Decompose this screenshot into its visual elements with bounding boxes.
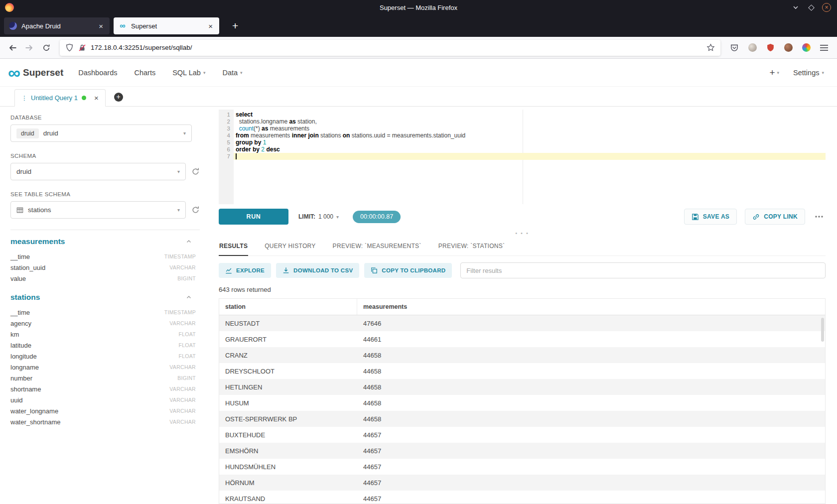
nav-sql-lab[interactable]: SQL Lab▾ [172,69,205,77]
column-type: VARCHAR [169,386,196,392]
database-label: DATABASE [10,115,200,121]
tab-close-icon[interactable]: × [207,22,214,30]
table-row: DREYSCHLOOT44658 [219,363,825,379]
editor-code[interactable]: select stations.longname as station, cou… [234,110,826,204]
extension-avatar-icon[interactable] [783,42,794,53]
browser-tab-apache-druid[interactable]: Apache Druid × [4,17,110,34]
limit-dropdown[interactable]: LIMIT: 1 000 ▾ [298,213,339,220]
measurements-cell: 44657 [357,463,387,471]
table-section-header[interactable]: measurements [10,237,192,246]
drag-handle-icon: ⋮ [21,95,27,102]
insecure-lock-icon[interactable] [78,44,86,52]
table-select[interactable]: stations ▾ [10,201,186,219]
superset-logo[interactable]: ∞ Superset [8,66,63,80]
editor-toolbar: RUN LIMIT: 1 000 ▾ 00:00:00.87 SAVE AS C… [219,204,826,229]
column-row: longitudeFLOAT [10,351,196,362]
copy-to-clipboard-button[interactable]: COPY TO CLIPBOARD [364,263,452,278]
sql-editor[interactable]: 1234567 select stations.longname as stat… [219,110,826,204]
sqllab-workspace: 1234567 select stations.longname as stat… [219,107,826,504]
chevron-down-icon: ▾ [203,70,206,75]
column-type: FLOAT [178,331,196,337]
query-status-dot [82,96,86,100]
window-close-icon[interactable]: × [822,3,831,12]
results-tab-results[interactable]: RESULTS [219,237,248,256]
nav-data[interactable]: Data▾ [222,69,242,77]
explore-button[interactable]: EXPLORE [219,263,271,278]
query-tab-close-icon[interactable]: × [94,94,99,102]
results-tab-preview-stations[interactable]: PREVIEW: `STATIONS` [438,237,506,255]
column-row: uuidVARCHAR [10,394,196,405]
column-type: VARCHAR [169,419,196,425]
chevron-down-icon: ▾ [183,130,186,136]
column-type: FLOAT [178,353,196,359]
table-row: GRAUERORT44661 [219,331,825,347]
table-section-header[interactable]: stations [10,293,192,302]
filter-results-input[interactable] [460,262,826,278]
back-button[interactable] [5,40,20,55]
download-csv-button[interactable]: DOWNLOAD TO CSV [276,263,359,278]
nav-charts[interactable]: Charts [134,69,155,77]
code-line: from measurements inner join stations on… [234,132,826,139]
url-field[interactable]: 172.18.0.4:32251/superset/sqllab/ [60,40,720,56]
column-header-station[interactable]: station [219,299,357,315]
browser-tab-superset[interactable]: ∞ Superset × [114,17,219,34]
station-cell: KRAUTSAND [219,495,357,503]
measurements-cell: 44658 [357,352,387,359]
column-row: latitudeFLOAT [10,340,196,351]
line-number: 1 [219,111,230,118]
new-item-button[interactable]: +▾ [769,67,779,78]
column-row: kmFLOAT [10,329,196,340]
extension-pinwheel-icon[interactable] [801,42,812,53]
query-tab-untitled-query-1[interactable]: ⋮ Untitled Query 1 × [14,89,106,107]
column-header-measurements[interactable]: measurements [357,299,413,315]
bookmark-star-icon[interactable] [706,43,715,52]
chevron-up-icon[interactable] [186,239,192,245]
measurements-cell: 44657 [357,479,387,487]
add-query-tab-button[interactable]: + [114,93,123,102]
account-icon[interactable] [747,42,758,53]
results-tab-preview-measurements[interactable]: PREVIEW: `MEASUREMENTS` [332,237,422,255]
results-tab-query-history[interactable]: QUERY HISTORY [264,237,316,255]
refresh-schema-icon[interactable] [191,167,200,176]
url-text: 172.18.0.4:32251/superset/sqllab/ [91,44,702,51]
query-tabs-bar: ⋮ Untitled Query 1 × + [0,87,837,107]
column-name: number [10,375,32,382]
column-row: station_uuidVARCHAR [10,262,196,273]
line-number: 5 [219,139,230,146]
station-cell: HÖRNUM [219,479,357,487]
station-cell: OSTE-SPERRWERK BP [219,415,357,423]
schema-tables: measurements__timeTIMESTAMPstation_uuidV… [10,237,200,427]
menu-hamburger-icon[interactable] [819,42,830,53]
window-maximize-icon[interactable] [807,3,816,12]
pane-resize-handle[interactable]: • • • [219,229,826,237]
measurements-cell: 44657 [357,447,387,455]
schema-select[interactable]: druid ▾ [10,163,186,180]
window-shade-icon[interactable] [791,3,800,12]
database-type-badge: druid [16,128,39,138]
table-row: HÖRNUM44657 [219,475,825,491]
shield-icon[interactable] [65,43,74,52]
chevron-up-icon[interactable] [186,294,192,300]
results-scrollbar[interactable] [821,318,824,342]
run-button[interactable]: RUN [219,209,288,225]
forward-button[interactable] [22,40,37,55]
pocket-icon[interactable] [729,42,740,53]
save-as-button[interactable]: SAVE AS [684,209,737,225]
reload-button[interactable] [39,40,54,55]
line-number: 4 [219,132,230,139]
window-titlebar: Superset — Mozilla Firefox × [0,0,837,15]
nav-dashboards[interactable]: Dashboards [78,69,117,77]
refresh-table-icon[interactable] [191,206,200,214]
settings-menu[interactable]: Settings▾ [793,69,824,77]
copy-link-button[interactable]: COPY LINK [745,209,805,225]
new-tab-button[interactable]: + [229,20,241,32]
query-timer-badge: 00:00:00.87 [353,211,401,223]
column-type: VARCHAR [169,320,196,326]
chevron-down-icon: ▾ [777,70,780,75]
druid-favicon [9,22,17,30]
more-options-icon[interactable] [813,213,826,220]
database-select[interactable]: druid druid ▾ [10,125,192,142]
superset-logo-icon: ∞ [8,66,19,80]
tab-close-icon[interactable]: × [97,22,105,30]
ublock-shield-icon[interactable] [765,42,776,53]
